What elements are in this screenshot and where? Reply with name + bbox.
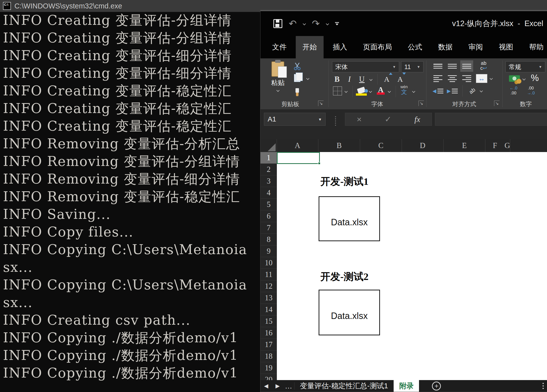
next-sheet-icon[interactable]: ▶ [272, 383, 283, 389]
fill-color-button[interactable] [356, 85, 367, 96]
borders-button[interactable] [332, 86, 343, 96]
row-header[interactable]: 9 [260, 245, 277, 257]
sheet-tab-inactive[interactable]: 变量评估-稳定性汇总-测试1 [295, 380, 394, 392]
row-header[interactable]: 6 [260, 210, 277, 222]
row-header[interactable]: 2 [260, 164, 277, 175]
increase-indent-button[interactable]: ▶ [446, 85, 459, 97]
accounting-format-button[interactable] [507, 73, 521, 84]
copy-button[interactable] [292, 73, 303, 83]
data-box-2[interactable]: Data.xlsx [319, 290, 380, 335]
row-header[interactable]: 5 [260, 199, 277, 210]
ribbon-tab[interactable]: 文件 [265, 36, 293, 58]
cancel-icon[interactable]: × [357, 115, 362, 124]
row-header[interactable]: 10 [260, 257, 277, 269]
ribbon-tab[interactable]: 公式 [401, 36, 429, 58]
increase-font-button[interactable]: A [381, 74, 392, 85]
phonetic-guide-button[interactable]: wén 文 [399, 85, 410, 95]
row-header[interactable]: 14 [260, 304, 277, 315]
wrap-text-button[interactable]: ab c↩ [476, 60, 491, 71]
row-header[interactable]: 12 [260, 280, 277, 292]
column-header[interactable]: C [360, 139, 402, 152]
row-header[interactable]: 15 [260, 315, 277, 327]
align-middle-button[interactable] [446, 60, 459, 72]
row-header[interactable]: 17 [260, 339, 277, 351]
column-header[interactable]: B [318, 139, 360, 152]
save-icon[interactable] [273, 19, 282, 28]
row-header[interactable]: 18 [260, 351, 277, 362]
column-header[interactable]: A [277, 139, 318, 152]
row-header[interactable]: 8 [260, 234, 277, 245]
ribbon-tab[interactable]: 审阅 [462, 36, 490, 58]
font-name-select[interactable]: 宋体 ▼ [332, 61, 399, 72]
tabbar-options-icon[interactable] [543, 383, 544, 389]
ribbon-tab[interactable]: 页面布局 [356, 36, 399, 58]
paste-dropdown-icon[interactable] [276, 89, 280, 92]
column-header[interactable]: D [402, 139, 444, 152]
more-sheets-icon[interactable]: … [283, 382, 294, 390]
copy-dropdown-icon[interactable] [306, 77, 309, 80]
row-header[interactable]: 11 [260, 269, 277, 280]
column-header[interactable]: F [485, 139, 505, 152]
ribbon-tab[interactable]: 帮助 [522, 36, 547, 58]
formula-bar-splitter[interactable] [335, 116, 336, 126]
font-color-dropdown-icon[interactable] [388, 90, 391, 93]
merge-dropdown-icon[interactable] [490, 77, 493, 80]
cut-button[interactable] [292, 61, 303, 71]
sheet-tab-active[interactable]: 附录 [394, 380, 419, 392]
customize-qat-icon[interactable] [335, 22, 339, 25]
clipboard-dialog-launcher[interactable]: ↘ [318, 101, 324, 106]
name-box-dropdown-icon[interactable]: ▼ [318, 117, 322, 121]
enter-icon[interactable]: ✓ [385, 115, 391, 124]
undo-icon[interactable]: ↶ [289, 19, 297, 28]
orientation-dropdown-icon[interactable] [480, 89, 483, 92]
align-right-button[interactable] [460, 73, 473, 84]
paste-button[interactable]: 粘贴 [265, 60, 291, 99]
font-name-dropdown-icon[interactable]: ▼ [392, 65, 396, 69]
underline-dropdown-icon[interactable] [369, 78, 373, 81]
align-left-button[interactable] [431, 73, 444, 84]
fill-color-dropdown-icon[interactable] [369, 90, 372, 93]
redo-icon[interactable]: ↷ [312, 19, 320, 28]
italic-button[interactable]: I [344, 74, 355, 85]
decrease-decimal-button[interactable]: .00→.0 [523, 86, 538, 95]
accounting-dropdown-icon[interactable] [522, 77, 526, 80]
borders-dropdown-icon[interactable] [344, 90, 348, 93]
row-header[interactable]: 1 [260, 152, 277, 164]
row-header[interactable]: 20 [260, 374, 277, 380]
column-header[interactable]: E [444, 139, 485, 152]
format-painter-button[interactable] [292, 85, 303, 96]
font-size-dropdown-icon[interactable]: ▼ [417, 65, 420, 69]
percent-style-button[interactable]: % [529, 73, 540, 83]
row-header[interactable]: 16 [260, 327, 277, 339]
fill-handle[interactable] [318, 162, 321, 165]
align-bottom-button[interactable] [460, 60, 473, 72]
orientation-button[interactable]: ab [466, 85, 479, 97]
name-box[interactable]: A1 ▼ [264, 113, 326, 126]
decrease-font-button[interactable]: A [395, 74, 406, 85]
ribbon-tab[interactable]: 开始 [296, 36, 324, 58]
ribbon-tab[interactable]: 插入 [326, 36, 354, 58]
column-header[interactable]: G [505, 139, 510, 152]
align-center-button[interactable] [446, 73, 459, 84]
row-header[interactable]: 19 [260, 362, 277, 374]
bold-button[interactable]: B [332, 74, 342, 85]
formula-input[interactable] [435, 113, 547, 126]
phonetic-dropdown-icon[interactable] [412, 90, 415, 93]
ribbon-tab[interactable]: 数据 [431, 36, 459, 58]
number-format-select[interactable]: 常规 ▼ [505, 61, 545, 72]
select-all-corner[interactable] [260, 139, 277, 152]
row-header[interactable]: 3 [260, 175, 277, 187]
increase-decimal-button[interactable]: ←.0.00 [506, 86, 521, 95]
align-top-button[interactable] [431, 60, 444, 72]
font-dialog-launcher[interactable]: ↘ [419, 101, 424, 106]
merge-center-button[interactable]: ↔ [475, 73, 489, 84]
font-size-select[interactable]: 11 ▼ [401, 61, 423, 72]
prev-sheet-icon[interactable]: ◀ [260, 383, 272, 389]
insert-function-icon[interactable]: fx [415, 115, 420, 124]
row-header[interactable]: 7 [260, 222, 277, 234]
row-header[interactable]: 4 [260, 187, 277, 199]
worksheet-grid[interactable]: 1234567891011121314151617181920 开发-测试1 D… [260, 152, 547, 380]
ribbon-tab[interactable]: 视图 [492, 36, 520, 58]
underline-button[interactable]: U [356, 74, 367, 85]
font-color-button[interactable]: A [375, 85, 386, 95]
